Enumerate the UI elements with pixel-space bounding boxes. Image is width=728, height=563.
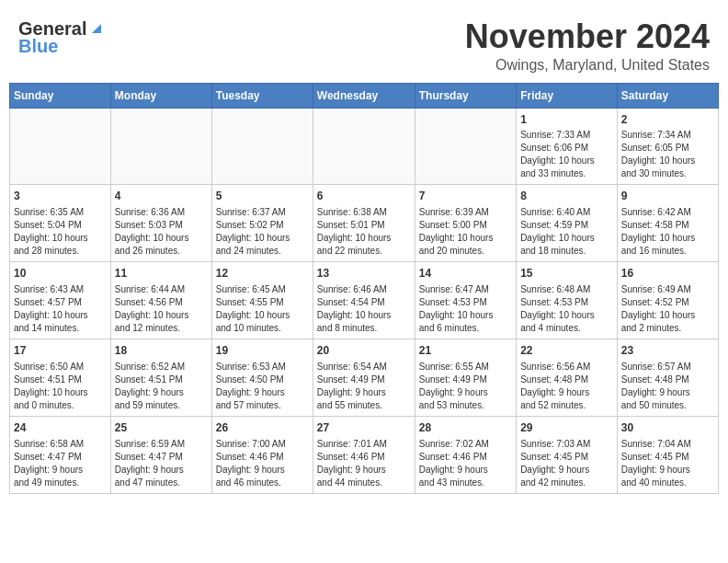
day-info: Sunrise: 6:45 AM Sunset: 4:55 PM Dayligh… — [216, 283, 309, 335]
day-info: Sunrise: 6:52 AM Sunset: 4:51 PM Dayligh… — [115, 361, 208, 412]
day-cell: 11Sunrise: 6:44 AM Sunset: 4:56 PM Dayli… — [110, 262, 211, 339]
day-cell: 7Sunrise: 6:39 AM Sunset: 5:00 PM Daylig… — [415, 185, 516, 262]
day-info: Sunrise: 6:56 AM Sunset: 4:48 PM Dayligh… — [520, 361, 613, 412]
week-row-4: 24Sunrise: 6:58 AM Sunset: 4:47 PM Dayli… — [10, 416, 719, 493]
day-info: Sunrise: 7:04 AM Sunset: 4:45 PM Dayligh… — [621, 438, 714, 489]
day-info: Sunrise: 6:53 AM Sunset: 4:50 PM Dayligh… — [216, 361, 309, 412]
day-info: Sunrise: 6:49 AM Sunset: 4:52 PM Dayligh… — [621, 283, 714, 335]
day-number: 21 — [419, 343, 512, 359]
day-cell: 15Sunrise: 6:48 AM Sunset: 4:53 PM Dayli… — [517, 262, 618, 339]
day-number: 25 — [115, 420, 208, 436]
weekday-header-tuesday: Tuesday — [211, 83, 313, 108]
day-cell: 17Sunrise: 6:50 AM Sunset: 4:51 PM Dayli… — [10, 339, 111, 416]
location: Owings, Maryland, United States — [465, 57, 710, 74]
day-info: Sunrise: 6:58 AM Sunset: 4:47 PM Dayligh… — [14, 438, 107, 489]
day-number: 13 — [317, 266, 411, 282]
day-number: 10 — [14, 266, 107, 282]
day-info: Sunrise: 6:44 AM Sunset: 4:56 PM Dayligh… — [115, 283, 208, 335]
week-row-0: 1Sunrise: 7:33 AM Sunset: 6:06 PM Daylig… — [10, 108, 719, 185]
day-info: Sunrise: 7:34 AM Sunset: 6:05 PM Dayligh… — [621, 129, 714, 180]
week-row-3: 17Sunrise: 6:50 AM Sunset: 4:51 PM Dayli… — [10, 339, 719, 416]
day-info: Sunrise: 7:00 AM Sunset: 4:46 PM Dayligh… — [216, 438, 309, 489]
day-info: Sunrise: 6:39 AM Sunset: 5:00 PM Dayligh… — [419, 206, 512, 258]
day-number: 8 — [520, 189, 613, 204]
day-cell: 22Sunrise: 6:56 AM Sunset: 4:48 PM Dayli… — [517, 339, 618, 416]
day-cell: 30Sunrise: 7:04 AM Sunset: 4:45 PM Dayli… — [617, 416, 718, 493]
weekday-header-monday: Monday — [110, 83, 211, 108]
day-cell: 3Sunrise: 6:35 AM Sunset: 5:04 PM Daylig… — [10, 185, 111, 262]
day-number: 4 — [115, 189, 208, 204]
day-info: Sunrise: 7:01 AM Sunset: 4:46 PM Dayligh… — [317, 438, 411, 489]
day-cell: 2Sunrise: 7:34 AM Sunset: 6:05 PM Daylig… — [617, 108, 718, 185]
day-number: 11 — [115, 266, 208, 282]
day-cell — [10, 108, 111, 185]
svg-marker-0 — [92, 24, 101, 33]
calendar-table: SundayMondayTuesdayWednesdayThursdayFrid… — [9, 83, 719, 494]
day-number: 24 — [14, 420, 107, 436]
logo-text-blue: Blue — [18, 36, 58, 57]
logo-arrow-icon — [88, 20, 105, 37]
day-number: 30 — [621, 420, 714, 436]
day-cell: 18Sunrise: 6:52 AM Sunset: 4:51 PM Dayli… — [110, 339, 211, 416]
weekday-header-thursday: Thursday — [415, 83, 516, 108]
day-cell — [415, 108, 516, 185]
week-row-1: 3Sunrise: 6:35 AM Sunset: 5:04 PM Daylig… — [10, 185, 719, 262]
day-number: 12 — [216, 266, 309, 282]
day-info: Sunrise: 6:54 AM Sunset: 4:49 PM Dayligh… — [317, 361, 411, 412]
day-info: Sunrise: 6:42 AM Sunset: 4:58 PM Dayligh… — [621, 206, 714, 258]
day-cell — [313, 108, 415, 185]
day-info: Sunrise: 6:48 AM Sunset: 4:53 PM Dayligh… — [520, 283, 613, 335]
day-number: 27 — [317, 420, 411, 436]
day-cell: 23Sunrise: 6:57 AM Sunset: 4:48 PM Dayli… — [617, 339, 718, 416]
day-number: 7 — [419, 189, 512, 204]
day-number: 6 — [317, 189, 411, 204]
day-cell: 25Sunrise: 6:59 AM Sunset: 4:47 PM Dayli… — [110, 416, 211, 493]
day-cell — [211, 108, 313, 185]
day-number: 17 — [14, 343, 107, 359]
day-cell: 5Sunrise: 6:37 AM Sunset: 5:02 PM Daylig… — [211, 185, 313, 262]
day-number: 29 — [520, 420, 613, 436]
day-number: 1 — [520, 112, 613, 128]
day-cell: 28Sunrise: 7:02 AM Sunset: 4:46 PM Dayli… — [415, 416, 516, 493]
day-info: Sunrise: 6:40 AM Sunset: 4:59 PM Dayligh… — [520, 206, 613, 258]
day-cell: 13Sunrise: 6:46 AM Sunset: 4:54 PM Dayli… — [313, 262, 415, 339]
day-info: Sunrise: 6:43 AM Sunset: 4:57 PM Dayligh… — [14, 283, 107, 335]
day-info: Sunrise: 7:02 AM Sunset: 4:46 PM Dayligh… — [419, 438, 512, 489]
day-number: 14 — [419, 266, 512, 282]
day-cell: 9Sunrise: 6:42 AM Sunset: 4:58 PM Daylig… — [617, 185, 718, 262]
day-info: Sunrise: 6:55 AM Sunset: 4:49 PM Dayligh… — [419, 361, 512, 412]
day-info: Sunrise: 6:35 AM Sunset: 5:04 PM Dayligh… — [14, 206, 107, 258]
day-cell: 26Sunrise: 7:00 AM Sunset: 4:46 PM Dayli… — [211, 416, 313, 493]
day-cell: 19Sunrise: 6:53 AM Sunset: 4:50 PM Dayli… — [211, 339, 313, 416]
day-info: Sunrise: 6:50 AM Sunset: 4:51 PM Dayligh… — [14, 361, 107, 412]
day-number: 19 — [216, 343, 309, 359]
day-number: 16 — [621, 266, 714, 282]
weekday-header-sunday: Sunday — [10, 83, 111, 108]
day-number: 20 — [317, 343, 411, 359]
day-cell: 4Sunrise: 6:36 AM Sunset: 5:03 PM Daylig… — [110, 185, 211, 262]
day-info: Sunrise: 7:03 AM Sunset: 4:45 PM Dayligh… — [520, 438, 613, 489]
day-info: Sunrise: 6:46 AM Sunset: 4:54 PM Dayligh… — [317, 283, 411, 335]
day-number: 3 — [14, 189, 107, 204]
day-cell: 21Sunrise: 6:55 AM Sunset: 4:49 PM Dayli… — [415, 339, 516, 416]
day-cell: 29Sunrise: 7:03 AM Sunset: 4:45 PM Dayli… — [517, 416, 618, 493]
week-row-2: 10Sunrise: 6:43 AM Sunset: 4:57 PM Dayli… — [10, 262, 719, 339]
day-cell: 16Sunrise: 6:49 AM Sunset: 4:52 PM Dayli… — [617, 262, 718, 339]
day-number: 9 — [621, 189, 714, 204]
day-number: 26 — [216, 420, 309, 436]
day-number: 15 — [520, 266, 613, 282]
day-cell: 14Sunrise: 6:47 AM Sunset: 4:53 PM Dayli… — [415, 262, 516, 339]
day-info: Sunrise: 6:38 AM Sunset: 5:01 PM Dayligh… — [317, 206, 411, 258]
logo: General Blue — [18, 18, 105, 57]
day-cell: 6Sunrise: 6:38 AM Sunset: 5:01 PM Daylig… — [313, 185, 415, 262]
day-info: Sunrise: 6:47 AM Sunset: 4:53 PM Dayligh… — [419, 283, 512, 335]
day-cell: 1Sunrise: 7:33 AM Sunset: 6:06 PM Daylig… — [517, 108, 618, 185]
day-number: 5 — [216, 189, 309, 204]
day-info: Sunrise: 6:37 AM Sunset: 5:02 PM Dayligh… — [216, 206, 309, 258]
weekday-header-wednesday: Wednesday — [313, 83, 415, 108]
day-number: 18 — [115, 343, 208, 359]
day-number: 28 — [419, 420, 512, 436]
day-info: Sunrise: 7:33 AM Sunset: 6:06 PM Dayligh… — [520, 129, 613, 180]
day-info: Sunrise: 6:57 AM Sunset: 4:48 PM Dayligh… — [621, 361, 714, 412]
day-info: Sunrise: 6:36 AM Sunset: 5:03 PM Dayligh… — [115, 206, 208, 258]
